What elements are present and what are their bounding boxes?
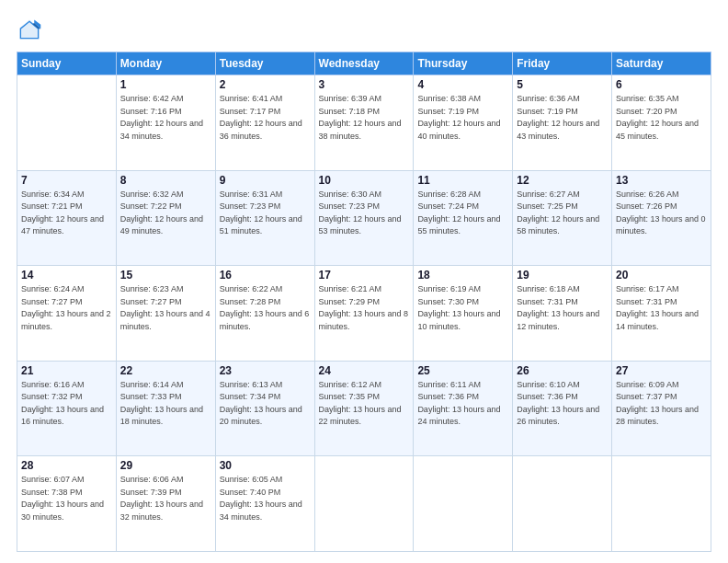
header: [17, 17, 711, 42]
day-cell: 6Sunrise: 6:35 AMSunset: 7:20 PMDaylight…: [612, 75, 711, 171]
day-number: 27: [616, 364, 707, 377]
day-info: Sunrise: 6:39 AMSunset: 7:18 PMDaylight:…: [319, 93, 410, 143]
weekday-header-thursday: Thursday: [414, 52, 513, 75]
weekday-header-friday: Friday: [513, 52, 612, 75]
day-cell: 29Sunrise: 6:06 AMSunset: 7:39 PMDayligh…: [116, 456, 215, 552]
day-number: 13: [616, 174, 707, 187]
day-cell: 24Sunrise: 6:12 AMSunset: 7:35 PMDayligh…: [314, 361, 414, 456]
day-info: Sunrise: 6:05 AMSunset: 7:40 PMDaylight:…: [220, 474, 311, 523]
day-info: Sunrise: 6:14 AMSunset: 7:33 PMDaylight:…: [120, 379, 211, 429]
day-cell: [314, 456, 414, 552]
day-info: Sunrise: 6:42 AMSunset: 7:16 PMDaylight:…: [120, 93, 211, 143]
weekday-header-tuesday: Tuesday: [215, 52, 314, 75]
day-info: Sunrise: 6:26 AMSunset: 7:26 PMDaylight:…: [616, 189, 707, 238]
page: SundayMondayTuesdayWednesdayThursdayFrid…: [0, 0, 728, 563]
day-number: 17: [319, 269, 410, 282]
day-info: Sunrise: 6:09 AMSunset: 7:37 PMDaylight:…: [616, 379, 707, 429]
day-cell: 9Sunrise: 6:31 AMSunset: 7:23 PMDaylight…: [215, 170, 314, 266]
day-cell: 12Sunrise: 6:27 AMSunset: 7:25 PMDayligh…: [513, 170, 612, 266]
day-number: 22: [120, 364, 211, 377]
day-cell: 5Sunrise: 6:36 AMSunset: 7:19 PMDaylight…: [513, 75, 612, 171]
day-cell: 23Sunrise: 6:13 AMSunset: 7:34 PMDayligh…: [215, 361, 314, 456]
day-info: Sunrise: 6:28 AMSunset: 7:24 PMDaylight:…: [417, 189, 508, 238]
weekday-header-monday: Monday: [116, 52, 215, 75]
day-number: 29: [120, 459, 211, 472]
day-cell: 27Sunrise: 6:09 AMSunset: 7:37 PMDayligh…: [612, 361, 711, 456]
day-number: 19: [517, 269, 608, 282]
day-info: Sunrise: 6:11 AMSunset: 7:36 PMDaylight:…: [417, 379, 508, 429]
day-cell: 30Sunrise: 6:05 AMSunset: 7:40 PMDayligh…: [215, 456, 314, 552]
day-info: Sunrise: 6:16 AMSunset: 7:32 PMDaylight:…: [21, 379, 112, 429]
day-info: Sunrise: 6:19 AMSunset: 7:30 PMDaylight:…: [417, 283, 508, 333]
day-cell: 15Sunrise: 6:23 AMSunset: 7:27 PMDayligh…: [116, 266, 215, 362]
day-cell: 28Sunrise: 6:07 AMSunset: 7:38 PMDayligh…: [17, 456, 117, 552]
day-cell: [513, 456, 612, 552]
day-info: Sunrise: 6:10 AMSunset: 7:36 PMDaylight:…: [517, 379, 608, 429]
day-number: 14: [21, 269, 112, 282]
day-number: 21: [21, 364, 112, 377]
day-cell: 22Sunrise: 6:14 AMSunset: 7:33 PMDayligh…: [116, 361, 215, 456]
day-cell: 13Sunrise: 6:26 AMSunset: 7:26 PMDayligh…: [612, 170, 711, 266]
day-cell: 8Sunrise: 6:32 AMSunset: 7:22 PMDaylight…: [116, 170, 215, 266]
day-cell: 2Sunrise: 6:41 AMSunset: 7:17 PMDaylight…: [215, 75, 314, 171]
day-cell: 4Sunrise: 6:38 AMSunset: 7:19 PMDaylight…: [414, 75, 513, 171]
day-cell: 20Sunrise: 6:17 AMSunset: 7:31 PMDayligh…: [612, 266, 711, 362]
day-info: Sunrise: 6:31 AMSunset: 7:23 PMDaylight:…: [220, 189, 311, 238]
day-info: Sunrise: 6:12 AMSunset: 7:35 PMDaylight:…: [319, 379, 410, 429]
day-number: 16: [220, 269, 311, 282]
week-row-2: 7Sunrise: 6:34 AMSunset: 7:21 PMDaylight…: [17, 170, 711, 266]
day-cell: 3Sunrise: 6:39 AMSunset: 7:18 PMDaylight…: [314, 75, 414, 171]
day-number: 10: [319, 174, 410, 187]
day-cell: [17, 75, 117, 171]
day-cell: [414, 456, 513, 552]
day-number: 24: [319, 364, 410, 377]
day-number: 25: [417, 364, 508, 377]
day-number: 15: [120, 269, 211, 282]
week-row-1: 1Sunrise: 6:42 AMSunset: 7:16 PMDaylight…: [17, 75, 711, 171]
day-number: 23: [220, 364, 311, 377]
logo: [17, 17, 46, 42]
day-number: 20: [616, 269, 707, 282]
day-info: Sunrise: 6:24 AMSunset: 7:27 PMDaylight:…: [21, 283, 112, 333]
day-info: Sunrise: 6:21 AMSunset: 7:29 PMDaylight:…: [319, 283, 410, 333]
day-number: 3: [319, 78, 410, 91]
day-number: 9: [220, 174, 311, 187]
day-info: Sunrise: 6:07 AMSunset: 7:38 PMDaylight:…: [21, 474, 112, 523]
week-row-3: 14Sunrise: 6:24 AMSunset: 7:27 PMDayligh…: [17, 266, 711, 362]
day-cell: 25Sunrise: 6:11 AMSunset: 7:36 PMDayligh…: [414, 361, 513, 456]
day-info: Sunrise: 6:41 AMSunset: 7:17 PMDaylight:…: [220, 93, 311, 143]
day-number: 28: [21, 459, 112, 472]
day-cell: 16Sunrise: 6:22 AMSunset: 7:28 PMDayligh…: [215, 266, 314, 362]
day-cell: 10Sunrise: 6:30 AMSunset: 7:23 PMDayligh…: [314, 170, 414, 266]
day-number: 2: [220, 78, 311, 91]
day-number: 26: [517, 364, 608, 377]
day-cell: 14Sunrise: 6:24 AMSunset: 7:27 PMDayligh…: [17, 266, 117, 362]
day-number: 12: [517, 174, 608, 187]
day-cell: 18Sunrise: 6:19 AMSunset: 7:30 PMDayligh…: [414, 266, 513, 362]
day-info: Sunrise: 6:35 AMSunset: 7:20 PMDaylight:…: [616, 93, 707, 143]
day-info: Sunrise: 6:06 AMSunset: 7:39 PMDaylight:…: [120, 474, 211, 523]
day-cell: 17Sunrise: 6:21 AMSunset: 7:29 PMDayligh…: [314, 266, 414, 362]
day-cell: 7Sunrise: 6:34 AMSunset: 7:21 PMDaylight…: [17, 170, 117, 266]
day-info: Sunrise: 6:38 AMSunset: 7:19 PMDaylight:…: [417, 93, 508, 143]
day-info: Sunrise: 6:23 AMSunset: 7:27 PMDaylight:…: [120, 283, 211, 333]
day-number: 30: [220, 459, 311, 472]
week-row-4: 21Sunrise: 6:16 AMSunset: 7:32 PMDayligh…: [17, 361, 711, 456]
day-info: Sunrise: 6:34 AMSunset: 7:21 PMDaylight:…: [21, 189, 112, 238]
day-number: 1: [120, 78, 211, 91]
calendar-table: SundayMondayTuesdayWednesdayThursdayFrid…: [17, 52, 711, 552]
day-number: 7: [21, 174, 112, 187]
day-cell: 26Sunrise: 6:10 AMSunset: 7:36 PMDayligh…: [513, 361, 612, 456]
day-info: Sunrise: 6:36 AMSunset: 7:19 PMDaylight:…: [517, 93, 608, 143]
day-cell: [612, 456, 711, 552]
day-info: Sunrise: 6:32 AMSunset: 7:22 PMDaylight:…: [120, 189, 211, 238]
day-number: 18: [417, 269, 508, 282]
day-cell: 11Sunrise: 6:28 AMSunset: 7:24 PMDayligh…: [414, 170, 513, 266]
day-number: 8: [120, 174, 211, 187]
day-cell: 1Sunrise: 6:42 AMSunset: 7:16 PMDaylight…: [116, 75, 215, 171]
day-info: Sunrise: 6:22 AMSunset: 7:28 PMDaylight:…: [220, 283, 311, 333]
day-info: Sunrise: 6:27 AMSunset: 7:25 PMDaylight:…: [517, 189, 608, 238]
day-info: Sunrise: 6:13 AMSunset: 7:34 PMDaylight:…: [220, 379, 311, 429]
day-info: Sunrise: 6:18 AMSunset: 7:31 PMDaylight:…: [517, 283, 608, 333]
day-number: 6: [616, 78, 707, 91]
